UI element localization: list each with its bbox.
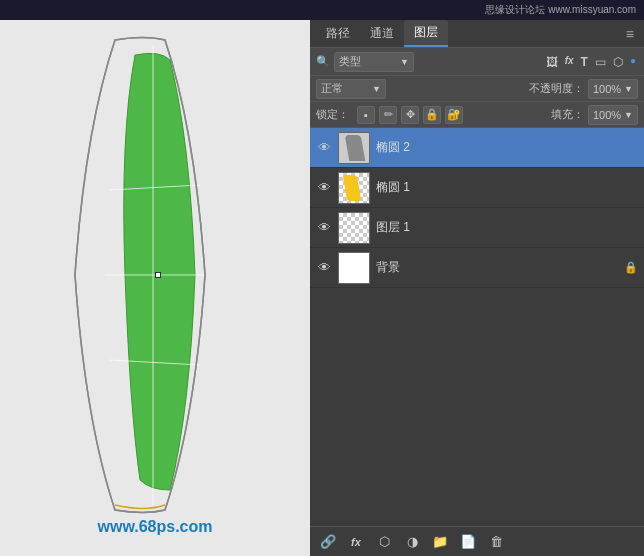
tab-channels[interactable]: 通道: [360, 21, 404, 46]
layer-name: 背景: [376, 259, 618, 276]
panels-area: 路径 通道 图层 ≡ 🔍 类型 ▼ 🖼 fx T ▭ ⬡ ● 正常 ▼ 不透明度…: [310, 20, 644, 556]
delete-button[interactable]: 🗑: [486, 534, 506, 549]
lock-row: 锁定： ▪ ✏ ✥ 🔒 🔐 填充： 100% ▼: [310, 102, 644, 128]
blend-mode-select[interactable]: 正常 ▼: [316, 79, 386, 99]
layer-type-label: 类型: [339, 54, 361, 69]
lock-artboard-button[interactable]: 🔒: [423, 106, 441, 124]
layer-item[interactable]: 👁 背景 🔒: [310, 248, 644, 288]
filter-icon-smart[interactable]: ⬡: [611, 54, 625, 70]
fill-row: 填充： 100% ▼: [551, 105, 638, 125]
group-button[interactable]: 📁: [430, 534, 450, 549]
layer-item[interactable]: 👁 椭圆 1: [310, 168, 644, 208]
lock-label: 锁定：: [316, 107, 349, 122]
lock-paint-button[interactable]: ✏: [379, 106, 397, 124]
filter-icons: 🖼 fx T ▭ ⬡ ●: [544, 54, 638, 70]
layer-type-select[interactable]: 类型 ▼: [334, 52, 414, 72]
tabs-row: 路径 通道 图层 ≡: [310, 20, 644, 48]
blend-mode-label: 正常: [321, 81, 343, 96]
filter-icon-fx[interactable]: fx: [563, 54, 576, 70]
opacity-row: 不透明度： 100% ▼: [529, 79, 638, 99]
layers-list: 👁 椭圆 2 👁 椭圆 1 👁: [310, 128, 644, 526]
new-layer-button[interactable]: 📄: [458, 534, 478, 549]
layer-thumbnail: [338, 252, 370, 284]
panel-menu-button[interactable]: ≡: [622, 26, 638, 42]
layer-name: 椭圆 2: [376, 139, 638, 156]
layer-visibility-toggle[interactable]: 👁: [316, 220, 332, 235]
watermark-bar: 思缘设计论坛 www.missyuan.com: [0, 0, 644, 20]
filter-row: 🔍 类型 ▼ 🖼 fx T ▭ ⬡ ●: [310, 48, 644, 76]
opacity-input[interactable]: 100% ▼: [588, 79, 638, 99]
opacity-chevron: ▼: [624, 84, 633, 94]
transform-handle[interactable]: [155, 272, 161, 278]
lock-move-button[interactable]: ✥: [401, 106, 419, 124]
adjustment-button[interactable]: ◑: [402, 534, 422, 549]
blend-chevron-icon: ▼: [372, 84, 381, 94]
fill-input[interactable]: 100% ▼: [588, 105, 638, 125]
tab-paths[interactable]: 路径: [316, 21, 360, 46]
canvas-watermark: www.68ps.com: [98, 518, 213, 536]
filter-icon-text[interactable]: T: [579, 54, 590, 70]
lock-pixels-button[interactable]: ▪: [357, 106, 375, 124]
fx-button[interactable]: fx: [346, 536, 366, 548]
filter-icon-image[interactable]: 🖼: [544, 54, 560, 70]
canvas-area: www.68ps.com: [0, 20, 310, 556]
layer-name: 椭圆 1: [376, 179, 638, 196]
chevron-down-icon: ▼: [400, 57, 409, 67]
layer-thumbnail: [338, 172, 370, 204]
lock-all-button[interactable]: 🔐: [445, 106, 463, 124]
layer-visibility-toggle[interactable]: 👁: [316, 140, 332, 155]
bottom-toolbar: 🔗 fx ⬡ ◑ 📁 📄 🗑: [310, 526, 644, 556]
layer-name: 图层 1: [376, 219, 638, 236]
opacity-label: 不透明度：: [529, 81, 584, 96]
filter-toggle[interactable]: ●: [628, 54, 638, 70]
link-button[interactable]: 🔗: [318, 534, 338, 549]
tab-layers[interactable]: 图层: [404, 20, 448, 47]
watermark-text: 思缘设计论坛 www.missyuan.com: [485, 3, 636, 17]
filter-icon-shape[interactable]: ▭: [593, 54, 608, 70]
lock-icons: ▪ ✏ ✥ 🔒 🔐: [357, 106, 463, 124]
layer-item[interactable]: 👁 图层 1: [310, 208, 644, 248]
fill-label: 填充：: [551, 107, 584, 122]
blend-row: 正常 ▼ 不透明度： 100% ▼: [310, 76, 644, 102]
mask-button[interactable]: ⬡: [374, 534, 394, 549]
layer-lock-icon: 🔒: [624, 261, 638, 274]
layer-visibility-toggle[interactable]: 👁: [316, 180, 332, 195]
layer-visibility-toggle[interactable]: 👁: [316, 260, 332, 275]
fill-chevron: ▼: [624, 110, 633, 120]
search-icon: 🔍: [316, 55, 330, 68]
layer-item[interactable]: 👁 椭圆 2: [310, 128, 644, 168]
layer-thumbnail: [338, 132, 370, 164]
layer-thumbnail: [338, 212, 370, 244]
